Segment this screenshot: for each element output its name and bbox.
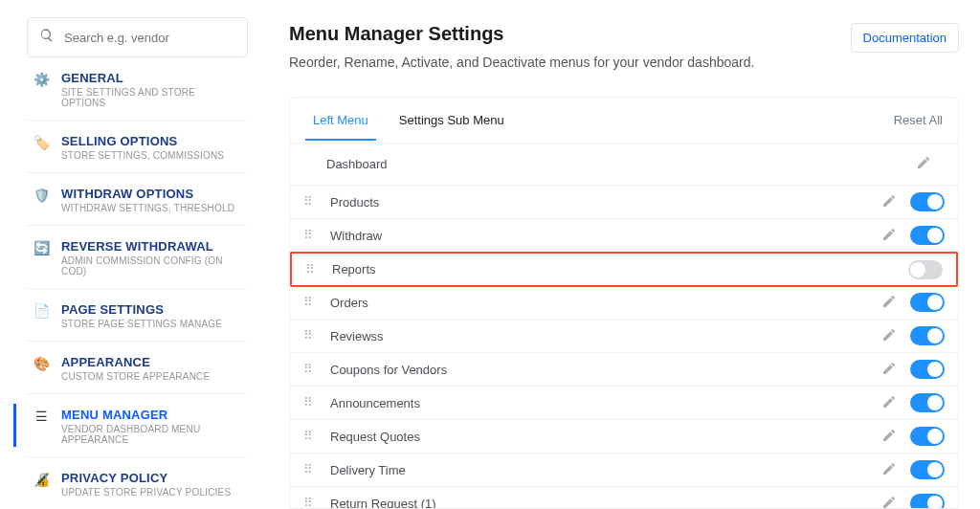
page-title: Menu Manager Settings (289, 23, 754, 45)
menu-rows-list: DashboardProductsWithdrawReportsOrdersRe… (290, 144, 958, 508)
menu-row: Orders (290, 286, 958, 320)
sidebar-item-sub: UPDATE STORE PRIVACY POLICIES (61, 487, 231, 498)
toggle-switch[interactable] (910, 393, 945, 412)
tabs-row: Left MenuSettings Sub Menu Reset All (290, 98, 958, 144)
edit-icon[interactable] (881, 461, 910, 479)
sidebar-item-title: SELLING OPTIONS (61, 134, 224, 148)
menu-row: Reviewss (290, 320, 958, 353)
menu-row: Withdraw (290, 219, 958, 253)
menu-row-label: Coupons for Vendors (330, 363, 881, 377)
drag-handle-icon[interactable] (303, 466, 317, 474)
sidebar-item-sub: ADMIN COMMISSION CONFIG (ON COD) (61, 255, 242, 277)
sidebar-item-title: WITHDRAW OPTIONS (61, 187, 234, 201)
edit-icon[interactable] (881, 294, 910, 312)
sidebar-item-privacy[interactable]: 🔏 PRIVACY POLICY UPDATE STORE PRIVACY PO… (27, 457, 248, 509)
edit-icon[interactable] (881, 394, 910, 412)
gear-icon: ⚙️ (33, 71, 50, 88)
menu-row-label: Return Request (1) (330, 497, 881, 509)
sidebar-item-title: REVERSE WITHDRAWAL (61, 239, 242, 254)
edit-icon[interactable] (881, 327, 910, 345)
shield-icon: 🛡️ (33, 187, 50, 204)
drag-handle-icon[interactable] (303, 299, 317, 306)
page-description: Reorder, Rename, Activate, and Deactivat… (289, 55, 754, 70)
sidebar-item-page[interactable]: 📄 PAGE SETTINGS STORE PAGE SETTINGS MANA… (27, 289, 248, 342)
sidebar-item-sub: SITE SETTINGS AND STORE OPTIONS (61, 87, 242, 108)
edit-icon[interactable] (881, 495, 910, 509)
menu-row: Reports (290, 252, 958, 287)
drag-handle-icon[interactable] (305, 266, 319, 274)
edit-icon[interactable] (916, 155, 945, 173)
menu-row: Products (290, 186, 958, 219)
sidebar-search[interactable] (27, 17, 248, 57)
menu-row-label: Products (330, 195, 881, 210)
menu-row-label: Withdraw (330, 229, 881, 243)
reset-all-link[interactable]: Reset All (894, 113, 943, 127)
edit-icon[interactable] (881, 361, 910, 379)
brush-icon: 🎨 (33, 355, 50, 372)
sidebar-nav: ⚙️ GENERAL SITE SETTINGS AND STORE OPTIO… (27, 57, 248, 509)
sidebar-item-title: MENU MANAGER (61, 408, 242, 422)
menu-row: Return Request (1) (290, 487, 958, 508)
menu-row-label: Announcements (330, 396, 881, 410)
toggle-switch[interactable] (910, 326, 945, 345)
sidebar-item-appearance[interactable]: 🎨 APPEARANCE CUSTOM STORE APPEARANCE (27, 342, 248, 394)
menu-row-label: Orders (330, 296, 881, 310)
toggle-switch[interactable] (910, 360, 945, 379)
sidebar-item-reverse[interactable]: 🔄 REVERSE WITHDRAWAL ADMIN COMMISSION CO… (27, 226, 248, 289)
drag-handle-icon[interactable] (303, 232, 317, 239)
search-input[interactable] (64, 31, 235, 45)
sidebar-item-sub: WITHDRAW SETTINGS, THRESHOLD (61, 203, 234, 213)
drag-handle-icon[interactable] (303, 332, 317, 340)
tab-settings-sub-menu[interactable]: Settings Sub Menu (391, 100, 512, 141)
menu-row: Announcements (290, 387, 958, 420)
sidebar-item-title: PAGE SETTINGS (61, 302, 222, 317)
toggle-switch[interactable] (910, 494, 945, 508)
sidebar-item-sub: STORE PAGE SETTINGS MANAGE (61, 319, 222, 329)
rotate-icon: 🔄 (33, 239, 50, 256)
sidebar-item-title: PRIVACY POLICY (61, 471, 231, 485)
toggle-switch[interactable] (908, 260, 943, 279)
edit-icon[interactable] (881, 227, 910, 245)
toggle-switch[interactable] (910, 192, 945, 211)
tab-left-menu[interactable]: Left Menu (305, 100, 376, 141)
privacy-icon: 🔏 (33, 471, 50, 488)
edit-icon[interactable] (881, 193, 910, 211)
doc-icon: 📄 (33, 302, 50, 320)
menu-row: Dashboard (290, 144, 958, 186)
menu-row-label: Request Quotes (330, 430, 881, 444)
sidebar-item-title: APPEARANCE (61, 355, 210, 369)
page-header: Menu Manager Settings Reorder, Rename, A… (289, 23, 959, 70)
drag-handle-icon[interactable] (303, 198, 317, 206)
sidebar-item-sub: VENDOR DASHBOARD MENU APPEARANCE (61, 424, 242, 445)
sidebar-item-menumgr[interactable]: ☰ MENU MANAGER VENDOR DASHBOARD MENU APP… (27, 394, 248, 457)
drag-handle-icon[interactable] (303, 399, 317, 407)
sidebar-item-sub: STORE SETTINGS, COMMISSIONS (61, 150, 224, 161)
settings-sidebar: ⚙️ GENERAL SITE SETTINGS AND STORE OPTIO… (0, 0, 262, 509)
drag-handle-icon[interactable] (303, 365, 317, 373)
sidebar-item-general[interactable]: ⚙️ GENERAL SITE SETTINGS AND STORE OPTIO… (27, 57, 248, 121)
drag-handle-icon[interactable] (303, 499, 317, 507)
menu-row-label: Delivery Time (330, 463, 881, 477)
sidebar-item-title: GENERAL (61, 71, 242, 85)
drag-handle-icon[interactable] (303, 432, 317, 440)
sidebar-item-sub: CUSTOM STORE APPEARANCE (61, 371, 210, 382)
menu-row-label: Reports (332, 262, 908, 277)
menu-row: Coupons for Vendors (290, 353, 958, 387)
sidebar-item-withdraw[interactable]: 🛡️ WITHDRAW OPTIONS WITHDRAW SETTINGS, T… (27, 173, 248, 226)
sidebar-item-selling[interactable]: 🏷️ SELLING OPTIONS STORE SETTINGS, COMMI… (27, 121, 248, 173)
search-icon (39, 28, 55, 47)
toggle-switch[interactable] (910, 460, 945, 479)
documentation-button[interactable]: Documentation (851, 23, 959, 53)
toggle-switch[interactable] (910, 293, 945, 312)
main-content: Menu Manager Settings Reorder, Rename, A… (262, 0, 980, 509)
menu-row-label: Reviewss (330, 329, 881, 343)
menu-row: Delivery Time (290, 454, 958, 487)
menu-manager-card: Left MenuSettings Sub Menu Reset All Das… (289, 97, 959, 509)
menu-row-label: Dashboard (326, 157, 916, 171)
edit-icon[interactable] (881, 428, 910, 446)
tag-icon: 🏷️ (33, 134, 50, 151)
toggle-switch[interactable] (910, 427, 945, 446)
toggle-switch[interactable] (910, 226, 945, 245)
menu-row: Request Quotes (290, 420, 958, 454)
menu-icon: ☰ (33, 408, 50, 425)
